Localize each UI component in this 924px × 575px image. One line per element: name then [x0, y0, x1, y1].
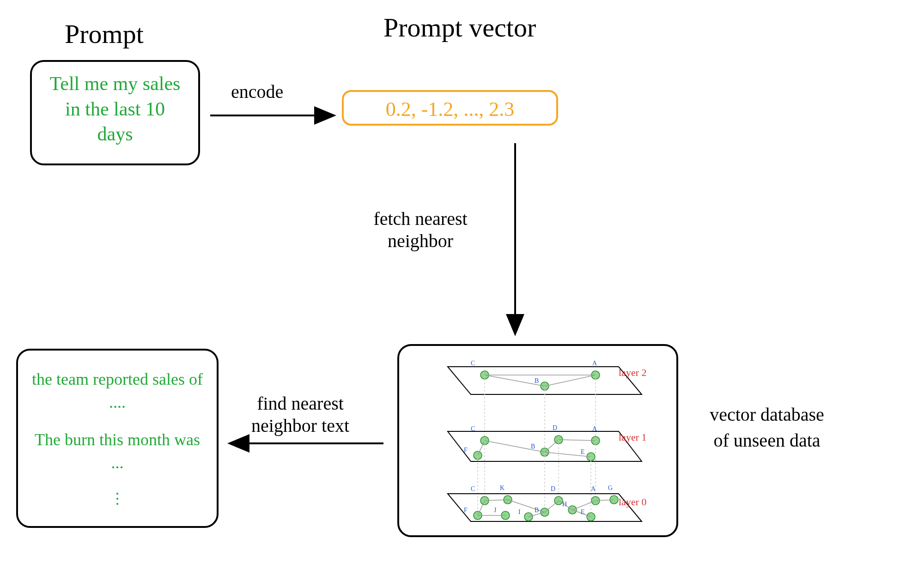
svg-line-17	[545, 440, 559, 452]
node-f-l1: F	[464, 447, 468, 454]
node-d-l0: D	[551, 485, 555, 493]
svg-line-15	[485, 441, 545, 452]
database-label: vector database of unseen data	[702, 402, 832, 454]
node-k-l0: K	[500, 484, 505, 492]
vector-box: 0.2, -1.2, ..., 2.3	[342, 90, 558, 126]
result-dots: ⋮	[32, 488, 203, 509]
svg-line-4	[545, 375, 596, 386]
prompt-text: Tell me my sales in the last 10 days	[50, 73, 181, 145]
node-a-l2: A	[592, 360, 597, 367]
vector-title: Prompt vector	[383, 12, 536, 44]
node-b-l0: B	[535, 507, 539, 514]
diagram-container: Prompt Prompt vector Tell me my sales in…	[0, 0, 924, 575]
node-i-l0: I	[518, 508, 521, 516]
svg-line-18	[559, 440, 596, 441]
node-a-l1: A	[592, 425, 597, 433]
encode-label: encode	[231, 81, 283, 103]
node-a-l0: A	[591, 485, 596, 493]
result-line-1: the team reported sales of ....	[32, 368, 203, 414]
layer-2-label: layer 2	[619, 367, 646, 379]
node-g-l0: G	[608, 484, 613, 492]
node-c-l1: C	[471, 425, 475, 433]
node-f-l0: F	[464, 507, 468, 514]
layer-1-label: layer 1	[619, 431, 646, 443]
prompt-title: Prompt	[65, 18, 144, 49]
node-h-l0: H	[562, 501, 567, 508]
result-box: the team reported sales of .... The burn…	[16, 349, 219, 528]
node-b-l1: B	[531, 443, 535, 450]
node-b-l2: B	[535, 377, 539, 385]
node-j-l0: J	[494, 507, 496, 514]
svg-line-40	[508, 500, 545, 512]
find-label: find nearest neighbor text	[240, 393, 360, 437]
node-d-l1: D	[553, 424, 557, 432]
node-c-l2: C	[471, 360, 475, 367]
result-line-2: The burn this month was ...	[32, 428, 203, 475]
prompt-box: Tell me my sales in the last 10 days	[30, 60, 200, 165]
node-c-l0: C	[471, 485, 475, 493]
database-box: layer 2 layer 1 layer 0 C B A C F B D A …	[397, 344, 678, 537]
fetch-label: fetch nearest neighbor	[356, 208, 485, 252]
node-e-l0: E	[581, 508, 585, 516]
vector-text: 0.2, -1.2, ..., 2.3	[386, 98, 515, 121]
layer-0-label: layer 0	[619, 496, 646, 508]
svg-line-42	[545, 501, 559, 512]
node-e-l1: E	[581, 448, 585, 456]
